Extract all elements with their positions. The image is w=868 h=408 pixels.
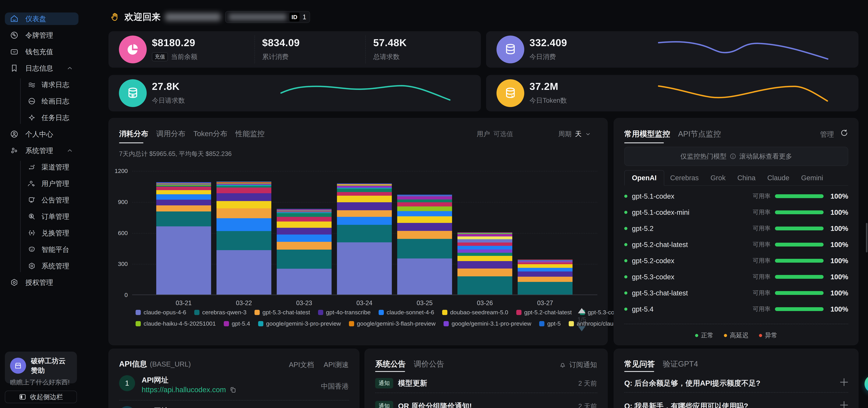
bar-segment-claude-haiku-4-5-20251001 bbox=[397, 206, 452, 211]
faq-tab-1[interactable]: 常见问答 bbox=[624, 359, 655, 369]
monitor-banner: 仅监控热门模型 滚动鼠标查看更多 bbox=[624, 147, 848, 166]
sidebar-item-wallet[interactable]: 钱包充值 bbox=[5, 45, 79, 58]
announcement-tab-2[interactable]: 调价公告 bbox=[414, 359, 444, 369]
sidebar-item-announcement[interactable]: 公告管理 bbox=[28, 194, 79, 206]
faq-question[interactable]: Q: 后台余额足够，使用API提示额度不足? bbox=[624, 378, 761, 388]
bar-segment-claude-opus-4-6 bbox=[458, 239, 512, 242]
manage-link[interactable]: 管理 bbox=[820, 130, 834, 139]
sidebar-item-orders[interactable]: 订单管理 bbox=[28, 210, 79, 223]
sidebar-item-redeem[interactable]: 兑换管理 bbox=[28, 227, 79, 239]
copy-icon[interactable] bbox=[229, 386, 237, 393]
monitor-tab-2[interactable]: API节点监控 bbox=[678, 129, 721, 139]
database-plus-icon bbox=[119, 79, 147, 107]
chart-tab-2[interactable]: 调用分布 bbox=[156, 129, 185, 139]
user-filter: 用户 可选值 bbox=[477, 130, 513, 138]
welcome-title: 欢迎回来 bbox=[124, 11, 161, 23]
legend-item[interactable]: cerebras-qwen-3 bbox=[194, 309, 247, 316]
legend-row: claude-haiku-4-5-20251001gpt-5.4google/g… bbox=[135, 320, 566, 327]
provider-tab-openai[interactable]: OpenAI bbox=[624, 170, 664, 185]
sidebar-item-dashboard[interactable]: 仪表盘 bbox=[5, 12, 79, 25]
legend-page-up-icon[interactable] bbox=[578, 308, 586, 313]
sidebar-item-ai-platform[interactable]: 智能平台 bbox=[28, 243, 79, 256]
sidebar-item-draw-log[interactable]: 绘画日志 bbox=[28, 95, 79, 107]
legend-swatch bbox=[443, 321, 449, 326]
total-spend-label: 累计消费 bbox=[262, 53, 288, 61]
provider-tab-gemini[interactable]: Gemini bbox=[795, 171, 829, 185]
announcement-tab-1[interactable]: 系统公告 bbox=[375, 359, 406, 369]
api-region: 中国香港 bbox=[321, 381, 349, 391]
legend-item[interactable]: doubao-seedream-5.0 bbox=[442, 309, 508, 316]
legend-page-down-icon[interactable] bbox=[578, 326, 586, 331]
sidebar-item-logs[interactable]: 日志信息 bbox=[5, 62, 79, 74]
api-link-2[interactable]: API测速 bbox=[324, 360, 349, 370]
refresh-icon[interactable] bbox=[840, 129, 848, 137]
announcement-title: 模型更新 bbox=[398, 378, 427, 388]
y-tick-label: 300 bbox=[109, 261, 128, 267]
availability-bar bbox=[775, 275, 824, 279]
legend-item[interactable]: gpt-4o-transcribe bbox=[318, 309, 371, 316]
page-scrollbar-thumb[interactable] bbox=[866, 223, 867, 252]
legend-item[interactable]: gpt-5.2-chat-latest bbox=[516, 309, 572, 316]
today-tokens-sparkline bbox=[658, 81, 829, 105]
chart-tab-1[interactable]: 消耗分布 bbox=[119, 129, 148, 139]
sidebar-item-system-settings[interactable]: 系统管理 bbox=[28, 260, 79, 272]
sidebar-item-channel[interactable]: 渠道管理 bbox=[28, 161, 79, 173]
period-value[interactable]: 天 bbox=[575, 130, 582, 138]
legend-swatch bbox=[442, 310, 447, 315]
sidebar-item-authorization[interactable]: 授权管理 bbox=[5, 276, 79, 288]
legend-swatch bbox=[254, 310, 260, 315]
period-selector[interactable]: 周期 天 bbox=[558, 130, 591, 138]
sidebar-subgroup-system: 渠道管理用户管理公告管理订单管理兑换管理智能平台系统管理 bbox=[20, 161, 79, 272]
faq-question[interactable]: Q: 我是新手，有哪些应用可以使用吗? bbox=[624, 401, 748, 408]
model-availability: 可用率100% bbox=[753, 208, 848, 216]
provider-tab-grok[interactable]: Grok bbox=[705, 171, 732, 185]
sidebar-item-users[interactable]: 用户管理 bbox=[28, 177, 79, 190]
api-link-1[interactable]: API文档 bbox=[289, 360, 314, 370]
sidebar-item-request-log[interactable]: 请求日志 bbox=[28, 78, 79, 91]
provider-tab-china[interactable]: China bbox=[732, 171, 762, 185]
legend-item[interactable]: gpt-5.3-chat-latest bbox=[254, 309, 310, 316]
database-refresh-icon bbox=[496, 79, 524, 107]
legend-label: google/gemini-3-flash-preview bbox=[357, 320, 436, 327]
legend-item[interactable]: gpt-5 bbox=[539, 320, 561, 327]
legend-item[interactable]: google/gemini-3.1-pro-preview bbox=[443, 320, 531, 327]
plus-icon[interactable] bbox=[840, 378, 848, 386]
plus-icon[interactable] bbox=[840, 401, 848, 408]
collapse-sidebar-button[interactable]: 收起侧边栏 bbox=[5, 390, 77, 403]
today-requests-card: 27.8K 今日请求数 bbox=[108, 75, 481, 111]
hexnut-icon bbox=[10, 278, 19, 286]
bar-segment-cerebras-qwen-3 bbox=[518, 282, 572, 295]
monitor-tab-1[interactable]: 常用模型监控 bbox=[624, 129, 670, 139]
legend-swatch bbox=[539, 321, 545, 326]
chart-tab-3[interactable]: Token分布 bbox=[193, 129, 227, 139]
sidebar-item-task-log[interactable]: 任务日志 bbox=[28, 111, 79, 124]
bar-segment-gpt-5.3-codex bbox=[458, 253, 512, 256]
recharge-badge[interactable]: 充值 bbox=[152, 53, 168, 61]
subscribe-link[interactable]: 订阅通知 bbox=[569, 360, 597, 370]
faq-tab-2[interactable]: 验证GPT4 bbox=[663, 359, 698, 369]
sponsor-card[interactable]: 破碎工坊云赞助 瞧瞧上了什么好东西! bbox=[5, 352, 77, 383]
announcement-item[interactable]: 通知模型更新 bbox=[375, 378, 427, 388]
api-base-url[interactable]: https://api.hallucodex.com bbox=[142, 386, 226, 394]
sidebar-item-profile[interactable]: 个人中心 bbox=[5, 128, 79, 140]
api-info-title: API信息 bbox=[119, 359, 147, 369]
sidebar-item-system[interactable]: 系统管理 bbox=[5, 144, 79, 157]
legend-item[interactable]: google/gemini-3-flash-preview bbox=[349, 320, 436, 327]
provider-tab-claude[interactable]: Claude bbox=[762, 171, 795, 185]
legend-item[interactable]: google/gemini-3-pro-preview bbox=[258, 320, 341, 327]
availability-bar bbox=[775, 259, 824, 263]
provider-tab-cerebras[interactable]: Cerebras bbox=[664, 171, 705, 185]
status-dot bbox=[624, 275, 627, 278]
model-availability: 可用率100% bbox=[753, 241, 848, 248]
chevron-up-icon bbox=[66, 147, 73, 154]
announcement-item[interactable]: 通知OR 原价分组降价通知! bbox=[375, 401, 472, 408]
sidebar-item-token[interactable]: 令牌管理 bbox=[5, 29, 79, 41]
chart-tab-4[interactable]: 性能监控 bbox=[236, 129, 265, 139]
user-filter-value[interactable]: 可选值 bbox=[493, 130, 513, 138]
legend-item[interactable]: claude-opus-4-6 bbox=[135, 309, 186, 316]
chat-support-button[interactable] bbox=[865, 375, 868, 393]
legend-item[interactable]: claude-sonnet-4-6 bbox=[379, 309, 434, 316]
legend-item[interactable]: gpt-5.4 bbox=[224, 320, 250, 327]
legend-item[interactable]: claude-haiku-4-5-20251001 bbox=[135, 320, 216, 327]
status-dot bbox=[624, 259, 627, 262]
